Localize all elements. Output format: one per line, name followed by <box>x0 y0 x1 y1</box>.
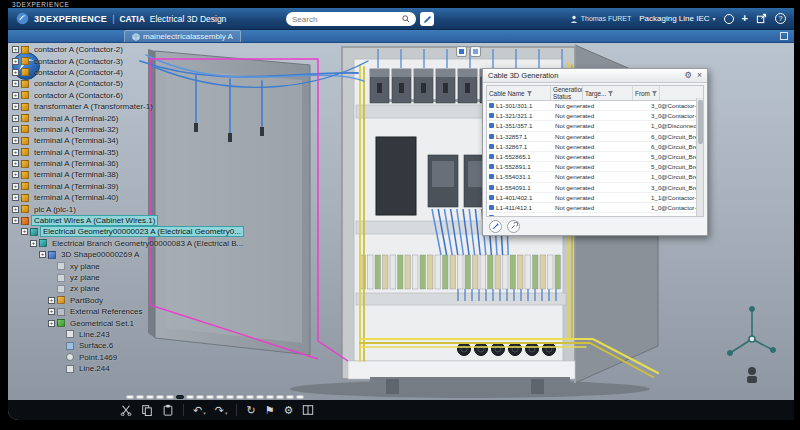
tree-item[interactable]: + terminal A (Terminal-39) <box>12 181 245 192</box>
tree-item[interactable]: + Electrical Geometry00000023 A (Electri… <box>12 226 245 237</box>
tree-expander-icon[interactable]: + <box>48 308 55 315</box>
view-mode-icon[interactable] <box>470 46 481 57</box>
media-icon[interactable] <box>724 14 734 24</box>
column-header[interactable]: From <box>633 86 660 100</box>
tree-expander-icon[interactable]: + <box>12 171 19 178</box>
tree-expander-icon[interactable]: + <box>12 160 19 167</box>
action-bar-tab[interactable] <box>256 395 264 399</box>
tree-item[interactable]: + transformater A (Transformater-1) <box>12 101 245 112</box>
action-bar-tab[interactable] <box>216 395 224 399</box>
tree-expander-icon[interactable]: + <box>21 228 28 235</box>
tree-expander-icon[interactable]: + <box>48 320 55 327</box>
action-bar-tab[interactable] <box>146 395 154 399</box>
tree-expander-icon[interactable]: + <box>12 80 19 87</box>
action-bar-tab[interactable] <box>126 395 134 399</box>
user-chip[interactable]: Thomas FURET <box>570 15 632 23</box>
filter-funnel-icon[interactable] <box>527 91 532 96</box>
action-bar-tab[interactable] <box>276 395 284 399</box>
tree-expander-icon[interactable]: + <box>12 126 19 133</box>
tree-item[interactable]: + terminal A (Terminal-40) <box>12 192 245 203</box>
tree-expander-icon[interactable]: + <box>12 194 19 201</box>
tree-expander-icon[interactable]: + <box>12 46 19 53</box>
action-bar-tab[interactable] <box>246 395 254 399</box>
tree-item[interactable]: + Line.243 <box>12 329 245 340</box>
search-icon[interactable] <box>402 15 410 23</box>
copy-icon[interactable] <box>141 404 153 416</box>
add-content-icon[interactable]: + <box>742 13 748 24</box>
robot-assistant-icon[interactable] <box>747 367 757 383</box>
tree-expander-icon[interactable]: + <box>12 58 19 65</box>
scrollbar-thumb[interactable] <box>698 100 703 144</box>
action-bar-tab[interactable] <box>176 395 184 399</box>
panel-options-gear-icon[interactable]: ⚙ <box>684 71 692 80</box>
tree-expander-icon[interactable]: + <box>39 251 46 258</box>
share-icon[interactable] <box>756 13 767 24</box>
tree-expander-icon[interactable]: + <box>12 92 19 99</box>
tree-expander-icon[interactable]: + <box>12 137 19 144</box>
filter-funnel-icon[interactable] <box>652 91 657 96</box>
filter-funnel-icon[interactable] <box>608 91 613 96</box>
redo-dropdown-icon[interactable]: ▾ <box>225 411 228 416</box>
tree-item[interactable]: + contactor A (Contactor-6) <box>12 90 245 101</box>
tree-item[interactable]: + terminal A (Terminal-32) <box>12 124 245 135</box>
tree-item[interactable]: + 3D Shape00000269 A <box>12 249 245 260</box>
action-bar-tab[interactable] <box>206 395 214 399</box>
cut-icon[interactable] <box>120 404 132 416</box>
tree-item[interactable]: + contactor A (Contactor-3) <box>12 55 245 66</box>
tree-item[interactable]: + External References <box>12 306 245 317</box>
action-bar-tab[interactable] <box>196 395 204 399</box>
cable-row[interactable]: L1-351/357.1 Not generated 1_0@Disconnec… <box>487 121 703 131</box>
tree-item[interactable]: + PartBody <box>12 295 245 306</box>
help-icon[interactable]: ? <box>775 13 786 24</box>
tree-item[interactable]: + contactor A (Contactor-2) <box>12 44 245 55</box>
action-bar-tab[interactable] <box>166 395 174 399</box>
action-bar-tab[interactable] <box>156 395 164 399</box>
document-tab[interactable]: mainelectricalassembly A <box>124 30 241 42</box>
column-header[interactable]: Targe... <box>583 86 633 100</box>
tree-item[interactable]: + terminal A (Terminal-38) <box>12 169 245 180</box>
annotate-pen-button[interactable] <box>420 12 434 26</box>
action-bar-tab[interactable] <box>236 395 244 399</box>
action-bar-tab[interactable] <box>266 395 274 399</box>
tree-item[interactable]: + zx plane <box>12 283 245 294</box>
tree-item[interactable]: + Surface.6 <box>12 340 245 351</box>
tree-item[interactable]: + contactor A (Contactor-5) <box>12 78 245 89</box>
view-compass[interactable] <box>728 307 776 384</box>
tree-expander-icon[interactable]: + <box>30 240 37 247</box>
flag-icon[interactable]: ⚑ <box>265 405 275 416</box>
cable-row[interactable]: L1-32867.1 Not generated 6_0@Circuit_Bre… <box>487 142 703 152</box>
tree-item[interactable]: + Point.1469 <box>12 352 245 363</box>
cable-row[interactable]: L1-411/412.1 Not generated 1_0@Contactor… <box>487 203 703 213</box>
panel-close-icon[interactable]: × <box>697 71 702 80</box>
tree-item[interactable]: + contactor A (Contactor-4) <box>12 67 245 78</box>
terminal-strip-row[interactable] <box>360 255 561 289</box>
tree-expander-icon[interactable]: + <box>12 69 19 76</box>
cable-row[interactable]: L1-32857.1 Not generated 6_0@Circuit_Bre… <box>487 132 703 142</box>
window-layout-icon[interactable] <box>302 404 314 416</box>
panel-scrollbar[interactable] <box>696 98 703 216</box>
panel-titlebar[interactable]: Cable 3D Generation ⚙ × <box>483 69 707 83</box>
undo-icon[interactable]: ↶▾ <box>193 405 206 416</box>
cable-row[interactable]: L1-554091.1 Not generated 3_0@Circuit_Br… <box>487 183 703 193</box>
workspace-selector[interactable]: Packaging Line IEC ▾ <box>639 14 715 23</box>
update-icon[interactable]: ↻ <box>246 405 255 416</box>
action-bar-tab[interactable] <box>286 395 294 399</box>
tree-item[interactable]: + Line.244 <box>12 363 245 374</box>
tree-expander-icon[interactable]: + <box>12 217 19 224</box>
tree-item[interactable]: + terminal A (Terminal-26) <box>12 112 245 123</box>
tree-item[interactable]: + Cabinet Wires A (Cabinet Wires.1) <box>12 215 245 226</box>
search-box[interactable] <box>286 12 416 26</box>
tree-expander-icon[interactable]: + <box>48 297 55 304</box>
tree-item[interactable]: + xy plane <box>12 260 245 271</box>
search-input[interactable] <box>292 15 398 24</box>
tree-expander-icon[interactable]: + <box>12 183 19 190</box>
maximize-icon[interactable] <box>780 32 788 40</box>
tree-item[interactable]: + Electrical Branch Geometry00000083 A (… <box>12 238 245 249</box>
tree-expander-icon[interactable]: + <box>12 115 19 122</box>
gear-icon[interactable]: ⚙ <box>284 405 294 416</box>
undo-dropdown-icon[interactable]: ▾ <box>203 411 206 416</box>
tree-expander-icon[interactable]: + <box>12 149 19 156</box>
generate-cables-button[interactable] <box>489 220 502 233</box>
viewport[interactable]: + contactor A (Contactor-2) + contactor … <box>8 43 794 400</box>
frame-select-icon[interactable] <box>456 46 467 57</box>
